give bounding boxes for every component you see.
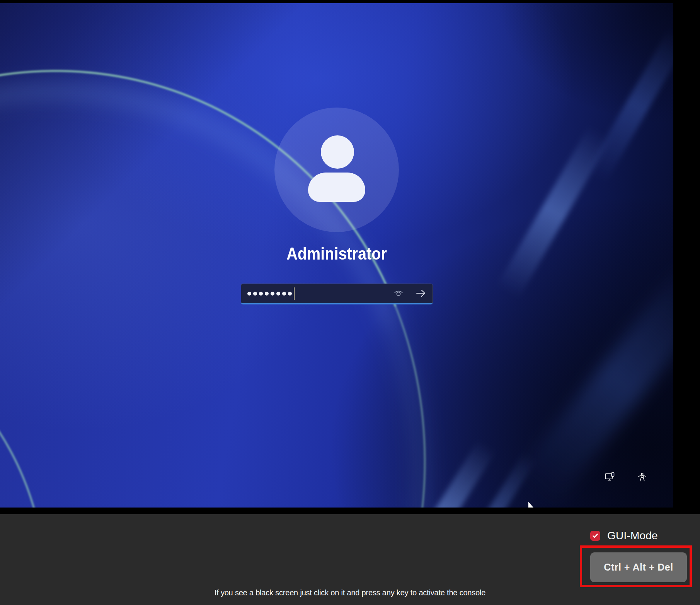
reveal-password-button[interactable]: [394, 290, 403, 298]
network-button[interactable]: [605, 472, 616, 484]
password-input[interactable]: [241, 284, 433, 304]
console-help-text: If you see a black screen just click on …: [0, 588, 700, 597]
checkmark-icon: [592, 532, 599, 539]
password-dot: [282, 292, 286, 296]
highlight-rectangle: Ctrl + Alt + Del: [580, 545, 692, 587]
password-dot: [288, 292, 292, 296]
password-dot: [276, 292, 280, 296]
password-dot: [265, 292, 269, 296]
password-dot: [271, 292, 274, 296]
gui-mode-row: GUI-Mode: [590, 530, 658, 542]
submit-password-button[interactable]: [416, 289, 426, 299]
arrow-right-icon: [416, 289, 426, 299]
password-dots: [247, 292, 292, 296]
accessibility-icon: [637, 473, 647, 484]
avatar-shoulders: [308, 173, 365, 202]
password-dot: [253, 292, 257, 296]
console-bar: GUI-Mode Ctrl + Alt + Del If you see a b…: [0, 514, 700, 605]
accessibility-button[interactable]: [637, 473, 647, 484]
ctrl-alt-del-button[interactable]: Ctrl + Alt + Del: [590, 552, 687, 582]
user-avatar: [274, 108, 399, 232]
eye-icon: [394, 290, 403, 298]
network-icon: [605, 472, 616, 484]
password-dot: [247, 292, 251, 296]
gui-mode-label: GUI-Mode: [607, 530, 658, 542]
vm-display[interactable]: Administrator: [0, 3, 673, 508]
text-caret: [294, 287, 295, 300]
avatar-head: [321, 135, 354, 169]
password-dot: [259, 292, 263, 296]
username-label: Administrator: [201, 244, 473, 264]
gui-mode-checkbox[interactable]: [590, 531, 600, 541]
